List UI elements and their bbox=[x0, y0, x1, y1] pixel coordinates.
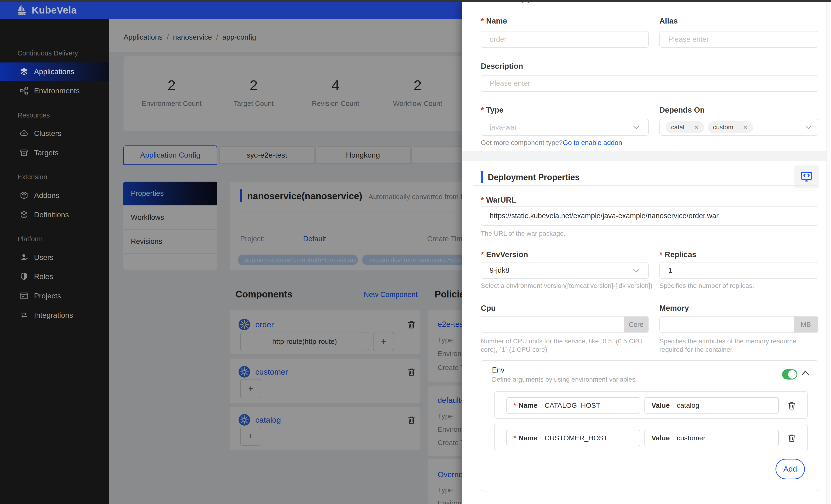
description-input[interactable]: Please enter bbox=[481, 75, 819, 92]
chevron-down-icon bbox=[633, 125, 640, 129]
trash-icon[interactable] bbox=[787, 401, 797, 411]
env-value-field[interactable]: Value customer bbox=[644, 430, 779, 446]
alias-field-label: Alias bbox=[659, 16, 678, 26]
layers-icon bbox=[20, 67, 28, 76]
kubevela-app: KubeVela Continuous Delivery Application… bbox=[0, 0, 831, 504]
memory-help: Specifies the attributes of the memory r… bbox=[659, 337, 819, 354]
sidebar-item-label: Users bbox=[34, 253, 54, 262]
sidebar-section-platform: Platform bbox=[18, 234, 43, 244]
name-input[interactable]: order bbox=[481, 31, 649, 48]
remove-tag-icon[interactable]: ✕ bbox=[694, 124, 699, 131]
sidebar-item-addons[interactable]: Addons bbox=[0, 186, 109, 204]
collapse-chevron-up-icon[interactable] bbox=[801, 370, 809, 376]
env-row: * Name CUSTOMER_HOST Value customer bbox=[494, 424, 808, 451]
type-select[interactable]: java-war bbox=[481, 119, 649, 136]
code-monitor-icon bbox=[800, 170, 813, 183]
type-field-label: * Type bbox=[481, 106, 504, 115]
app-title: KubeVela bbox=[32, 5, 77, 16]
sidebar-item-definitions[interactable]: Definitions bbox=[0, 206, 109, 224]
name-field-label: * Name bbox=[481, 16, 507, 26]
sidebar-item-label: Integrations bbox=[34, 311, 73, 320]
sidebar-section-extension: Extension bbox=[18, 172, 47, 182]
package-icon bbox=[20, 191, 28, 200]
sidebar-item-clusters[interactable]: Clusters bbox=[0, 124, 109, 143]
trash-icon[interactable] bbox=[787, 433, 797, 443]
window-icon bbox=[20, 291, 28, 300]
cpu-input[interactable]: Core bbox=[481, 316, 649, 333]
sidebar-item-roles[interactable]: Roles bbox=[0, 267, 109, 286]
user-icon bbox=[20, 253, 28, 262]
chevron-up-icon bbox=[520, 2, 531, 4]
memory-field-label: Memory bbox=[659, 303, 689, 313]
replicas-input[interactable]: 1 bbox=[659, 262, 819, 279]
window-top-strip bbox=[0, 0, 831, 2]
sidebar-item-label: Addons bbox=[34, 191, 59, 200]
cpu-field-label: Cpu bbox=[481, 303, 496, 313]
sidebar-item-label: Roles bbox=[34, 272, 53, 281]
env-name-field[interactable]: * Name CATALOG_HOST bbox=[507, 397, 640, 414]
memory-input[interactable]: MB bbox=[659, 316, 819, 333]
warurl-field-label: * WarURL bbox=[481, 195, 516, 205]
sidebar-item-label: Clusters bbox=[34, 129, 61, 138]
envversion-field-label: * EnvVersion bbox=[481, 250, 528, 259]
env-value-field[interactable]: Value catalog bbox=[644, 397, 779, 414]
env-enabled-toggle[interactable] bbox=[782, 369, 797, 380]
replicas-help: Specifies the number of replicas. bbox=[659, 281, 819, 290]
drawer-mask[interactable] bbox=[109, 19, 462, 504]
shield-icon bbox=[20, 272, 28, 281]
divider bbox=[473, 185, 819, 186]
enable-addon-link[interactable]: Go to enable addon bbox=[563, 139, 622, 146]
section-accent-bar bbox=[481, 171, 483, 183]
cube-icon bbox=[20, 210, 28, 219]
cpu-help: Number of CPU units for the service, lik… bbox=[481, 337, 649, 354]
envversion-help: Select a environment version([tomcat ver… bbox=[481, 281, 649, 290]
depends-on-multiselect[interactable]: catal… ✕ custom… ✕ bbox=[659, 119, 819, 136]
warurl-input[interactable]: https://static.kubevela.net/example/java… bbox=[481, 206, 819, 226]
cpu-unit-addon: Core bbox=[624, 317, 648, 332]
replicas-field-label: * Replicas bbox=[659, 250, 696, 259]
sidebar-item-projects[interactable]: Projects bbox=[0, 287, 109, 305]
sidebar-item-integrations[interactable]: Integrations bbox=[0, 306, 109, 324]
sailboat-logo-icon bbox=[16, 4, 28, 17]
sidebar-item-label: Projects bbox=[34, 292, 61, 300]
divider bbox=[481, 8, 811, 8]
sidebar-item-label: Definitions bbox=[34, 210, 69, 219]
sidebar-section-continuous-delivery: Continuous Delivery bbox=[18, 49, 78, 58]
environments-icon bbox=[20, 86, 28, 95]
section-separator bbox=[462, 151, 831, 161]
component-edit-drawer: * Name order Alias Please enter Descript… bbox=[462, 2, 831, 504]
chevron-down-icon bbox=[805, 125, 812, 129]
archive-box-icon bbox=[20, 148, 28, 157]
remove-tag-icon[interactable]: ✕ bbox=[743, 124, 748, 131]
sidebar-section-resources: Resources bbox=[18, 111, 50, 120]
sidebar-item-label: Environments bbox=[34, 87, 80, 95]
cloud-download-icon bbox=[20, 129, 28, 138]
envversion-select[interactable]: 9-jdk8 bbox=[481, 262, 649, 279]
sidebar-item-label: Applications bbox=[34, 67, 75, 76]
env-subtitle: Define arguments by using environment va… bbox=[492, 376, 635, 383]
selected-tag: custom… ✕ bbox=[708, 121, 753, 134]
sidebar: Continuous Delivery Applications Environ… bbox=[0, 19, 109, 504]
sidebar-item-applications[interactable]: Applications bbox=[0, 62, 109, 81]
alias-input[interactable]: Please enter bbox=[659, 31, 819, 48]
sidebar-item-label: Targets bbox=[34, 148, 59, 157]
kubevela-logo[interactable]: KubeVela bbox=[16, 4, 77, 17]
warurl-help: The URL of the war package. bbox=[481, 229, 566, 238]
add-env-button[interactable]: Add bbox=[775, 459, 805, 479]
addon-tip: Get more component type?Go to enable add… bbox=[481, 139, 622, 147]
sidebar-item-users[interactable]: Users bbox=[0, 248, 109, 266]
selected-tag: catal… ✕ bbox=[666, 121, 704, 134]
env-title: Env bbox=[492, 366, 504, 375]
scrollbar[interactable] bbox=[826, 2, 831, 504]
depends-on-field-label: Depends On bbox=[659, 106, 705, 115]
env-name-field[interactable]: * Name CUSTOMER_HOST bbox=[507, 430, 640, 446]
sidebar-item-targets[interactable]: Targets bbox=[0, 144, 109, 162]
transfer-arrows-icon bbox=[20, 311, 28, 320]
memory-unit-addon: MB bbox=[794, 317, 818, 332]
sidebar-item-environments[interactable]: Environments bbox=[0, 82, 109, 100]
env-row: * Name CATALOG_HOST Value catalog bbox=[494, 391, 808, 419]
description-field-label: Description bbox=[481, 62, 523, 71]
code-editor-button[interactable] bbox=[794, 166, 819, 188]
env-section: Env Define arguments by using environmen… bbox=[481, 360, 819, 492]
chevron-down-icon bbox=[633, 268, 640, 272]
